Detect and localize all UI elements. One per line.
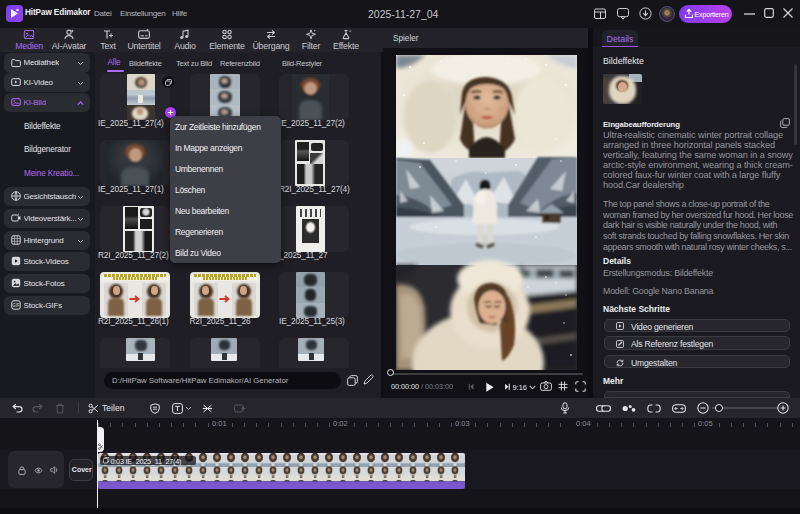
svg-text:GIF: GIF (12, 303, 20, 308)
